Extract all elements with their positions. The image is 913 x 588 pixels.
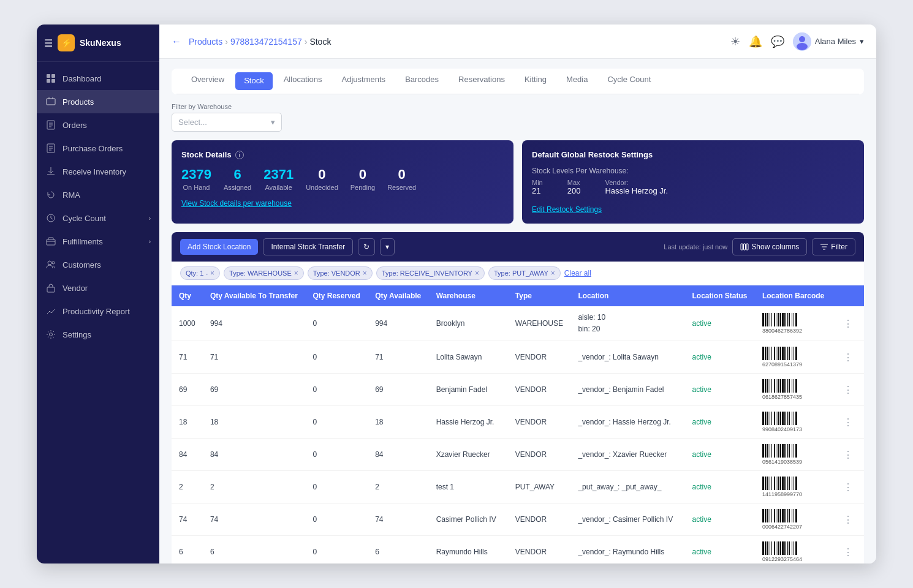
- svg-rect-0: [47, 74, 50, 78]
- svg-rect-32: [792, 313, 792, 326]
- breadcrumb-products[interactable]: Products: [189, 37, 222, 47]
- cell-actions[interactable]: ⋮: [832, 374, 864, 406]
- add-stock-location-button[interactable]: Add Stock Location: [180, 239, 258, 255]
- info-icon[interactable]: i: [235, 151, 244, 159]
- svg-rect-124: [782, 509, 784, 522]
- svg-rect-40: [774, 347, 775, 360]
- tab-adjustments[interactable]: Adjustments: [332, 69, 396, 94]
- remove-filter-putaway[interactable]: ×: [551, 269, 555, 277]
- orders-icon: [45, 119, 56, 130]
- svg-rect-105: [776, 477, 776, 490]
- sidebar-item-dashboard[interactable]: Dashboard: [37, 67, 159, 90]
- svg-rect-96: [792, 444, 792, 458]
- sidebar-item-customers[interactable]: Customers: [37, 253, 159, 276]
- sidebar-item-rma[interactable]: RMA: [37, 183, 159, 206]
- row-actions-menu[interactable]: ⋮: [839, 351, 857, 364]
- row-actions-menu[interactable]: ⋮: [839, 481, 857, 494]
- notifications-icon[interactable]: 🔔: [749, 35, 762, 48]
- stock-levels-label: Stock Levels Per Warehouse:: [532, 167, 854, 175]
- tab-overview[interactable]: Overview: [181, 69, 234, 94]
- user-menu[interactable]: Alana Miles ▾: [793, 32, 864, 51]
- filter-tag-warehouse[interactable]: Type: WAREHOUSE ×: [224, 266, 304, 280]
- svg-rect-141: [784, 541, 786, 555]
- row-actions-menu[interactable]: ⋮: [839, 448, 857, 461]
- svg-point-10: [52, 262, 55, 264]
- row-actions-menu[interactable]: ⋮: [839, 317, 857, 330]
- svg-rect-85: [767, 444, 768, 458]
- table-row: 74 74 0 74 Casimer Pollich IV VENDOR _ve…: [172, 503, 864, 536]
- tab-cycle-count[interactable]: Cycle Count: [597, 69, 661, 94]
- sidebar-item-label: Dashboard: [63, 74, 151, 83]
- brightness-icon[interactable]: ☀: [730, 35, 740, 48]
- dropdown-button[interactable]: ▾: [380, 238, 395, 255]
- remove-filter-warehouse[interactable]: ×: [294, 269, 298, 277]
- show-columns-button[interactable]: Show columns: [732, 238, 807, 255]
- sidebar-item-cycle-count[interactable]: Cycle Count ›: [37, 206, 159, 230]
- sidebar-item-label: Products: [63, 97, 151, 107]
- hamburger-icon[interactable]: ☰: [44, 37, 53, 49]
- sidebar-item-fulfillments[interactable]: Fulfillments ›: [37, 230, 159, 253]
- row-actions-menu[interactable]: ⋮: [839, 546, 857, 559]
- cell-warehouse: Benjamin Fadel: [429, 374, 508, 406]
- chat-icon[interactable]: 💬: [771, 35, 784, 48]
- sidebar-item-orders[interactable]: Orders: [37, 113, 159, 137]
- tab-stock[interactable]: Stock: [235, 72, 273, 90]
- filter-tag-vendor[interactable]: Type: VENDOR ×: [308, 266, 373, 280]
- sidebar-nav: Dashboard Products Orders: [37, 62, 159, 564]
- sidebar-item-vendor[interactable]: Vendor: [37, 276, 159, 300]
- cell-warehouse: Brooklyn: [429, 306, 508, 341]
- sidebar-item-products[interactable]: Products: [37, 90, 159, 113]
- sidebar-item-label: Customers: [63, 260, 151, 270]
- remove-filter-receive[interactable]: ×: [475, 269, 479, 277]
- internal-stock-transfer-button[interactable]: Internal Stock Transfer: [263, 238, 353, 255]
- cell-actions[interactable]: ⋮: [832, 306, 864, 341]
- row-actions-menu[interactable]: ⋮: [839, 416, 857, 429]
- breadcrumb-sku[interactable]: 978813472154157: [230, 37, 302, 47]
- view-stock-details-link[interactable]: View Stock details per warehouse: [181, 199, 292, 208]
- cell-actions[interactable]: ⋮: [832, 406, 864, 439]
- svg-rect-92: [782, 444, 784, 458]
- svg-rect-64: [792, 379, 792, 393]
- edit-restock-link[interactable]: Edit Restock Settings: [532, 205, 602, 214]
- undecided-value: 0: [306, 167, 338, 183]
- sidebar-item-productivity-report[interactable]: Productivity Report: [37, 300, 159, 323]
- cell-actions[interactable]: ⋮: [832, 503, 864, 536]
- filter-tag-qty[interactable]: Qty: 1 - ×: [180, 266, 220, 280]
- back-button[interactable]: ←: [172, 36, 181, 47]
- svg-rect-81: [794, 412, 794, 425]
- cell-status: active: [685, 306, 755, 341]
- sidebar-item-purchase-orders[interactable]: Purchase Orders: [37, 137, 159, 160]
- tab-kitting[interactable]: Kitting: [515, 69, 556, 94]
- filter-tag-receive[interactable]: Type: RECEIVE_INVENTORY ×: [376, 266, 485, 280]
- tab-barcodes[interactable]: Barcodes: [395, 69, 449, 94]
- clear-all-filters[interactable]: Clear all: [564, 269, 591, 277]
- row-actions-menu[interactable]: ⋮: [839, 513, 857, 526]
- cell-qty-reserved: 0: [305, 471, 368, 503]
- cell-status: active: [685, 439, 755, 471]
- tab-reservations[interactable]: Reservations: [449, 69, 515, 94]
- svg-rect-109: [784, 477, 786, 490]
- cell-actions[interactable]: ⋮: [832, 471, 864, 503]
- svg-rect-114: [795, 477, 797, 490]
- svg-rect-31: [789, 313, 790, 326]
- filter-tag-putaway[interactable]: Type: PUT_AWAY ×: [488, 266, 561, 280]
- svg-rect-25: [776, 313, 776, 326]
- cell-actions[interactable]: ⋮: [832, 439, 864, 471]
- cycle-count-icon: [45, 213, 56, 224]
- svg-rect-18: [746, 244, 748, 250]
- assigned-label: Assigned: [224, 184, 251, 191]
- svg-rect-76: [782, 412, 784, 425]
- filter-button[interactable]: Filter: [812, 238, 855, 255]
- cell-actions[interactable]: ⋮: [832, 536, 864, 564]
- remove-filter-vendor[interactable]: ×: [363, 269, 367, 277]
- remove-filter-qty[interactable]: ×: [210, 269, 214, 277]
- cell-qty: 74: [172, 503, 203, 536]
- refresh-button[interactable]: ↻: [358, 238, 375, 255]
- row-actions-menu[interactable]: ⋮: [839, 383, 857, 396]
- warehouse-select[interactable]: Select... ▾: [172, 113, 282, 132]
- sidebar-item-receive-inventory[interactable]: Receive Inventory: [37, 160, 159, 183]
- tab-allocations[interactable]: Allocations: [274, 69, 332, 94]
- sidebar-item-settings[interactable]: Settings: [37, 323, 159, 346]
- cell-actions[interactable]: ⋮: [832, 341, 864, 374]
- tab-media[interactable]: Media: [556, 69, 597, 94]
